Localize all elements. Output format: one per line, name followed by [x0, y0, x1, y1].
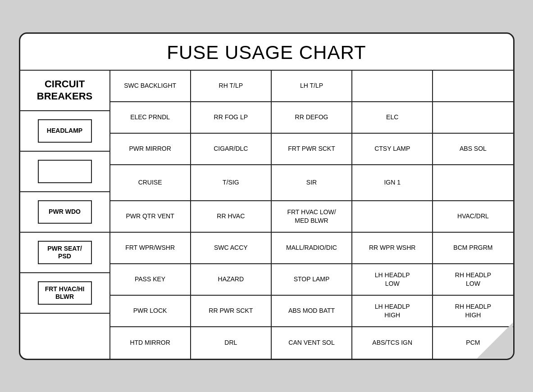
cell-r9c1: HTD MIRROR — [110, 327, 191, 359]
cell-r4c1: CRUISE — [110, 165, 191, 200]
grid-row-8: PWR LOCK RR PWR SCKT ABS MOD BATT LH HEA… — [110, 296, 513, 327]
cell-r8c2: RR PWR SCKT — [191, 296, 272, 326]
cb-box-empty — [38, 160, 92, 183]
cb-box-pwr-seat: PWR SEAT/PSD — [38, 241, 92, 264]
cell-r1c4 — [352, 71, 433, 101]
cb-box-frt-hvac: FRT HVAC/HIBLWR — [38, 281, 92, 305]
cell-r9c2: DRL — [191, 327, 272, 359]
cell-r4c5 — [433, 165, 513, 200]
cell-r5c3: FRT HVAC LOW/MED BLWR — [272, 201, 352, 232]
cell-r1c3: LH T/LP — [272, 71, 352, 101]
cell-r5c1: PWR QTR VENT — [110, 201, 191, 232]
cell-r8c5: RH HEADLPHIGH — [433, 296, 513, 326]
cell-r4c2: T/SIG — [191, 165, 272, 200]
cell-r7c4: LH HEADLPLOW — [352, 264, 433, 295]
cb-pwr-seat: PWR SEAT/PSD — [20, 233, 109, 273]
cell-r3c3: FRT PWR SCKT — [272, 134, 352, 164]
grid-row-1: SWC BACKLIGHT RH T/LP LH T/LP — [110, 71, 513, 102]
cell-r9c3: CAN VENT SOL — [272, 327, 352, 359]
cb-box-pwr-wdo: PWR WDO — [38, 200, 92, 224]
cell-r1c5 — [433, 71, 513, 101]
cell-r9c4: ABS/TCS IGN — [352, 327, 433, 359]
cell-r6c5: BCM PRGRM — [433, 233, 513, 263]
grid-row-5: PWR QTR VENT RR HVAC FRT HVAC LOW/MED BL… — [110, 201, 513, 233]
cell-r2c1: ELEC PRNDL — [110, 102, 191, 133]
cell-r7c1: PASS KEY — [110, 264, 191, 295]
circuit-breakers-header: CIRCUITBREAKERS — [20, 71, 109, 111]
cell-r5c5: HVAC/DRL — [433, 201, 513, 232]
grid-row-4: CRUISE T/SIG SIR IGN 1 — [110, 165, 513, 201]
cell-r3c5: ABS SOL — [433, 134, 513, 164]
cell-r1c1: SWC BACKLIGHT — [110, 71, 191, 101]
cell-r2c2: RR FOG LP — [191, 102, 272, 133]
cell-r4c4: IGN 1 — [352, 165, 433, 200]
cb-headlamp: HEADLAMP — [20, 111, 109, 152]
grid-row-2: ELEC PRNDL RR FOG LP RR DEFOG ELC — [110, 102, 513, 134]
cb-empty — [20, 152, 109, 192]
grid-row-3: PWR MIRROR CIGAR/DLC FRT PWR SCKT CTSY L… — [110, 134, 513, 165]
cell-r6c4: RR WPR WSHR — [352, 233, 433, 263]
grid-row-7: PASS KEY HAZARD STOP LAMP LH HEADLPLOW R… — [110, 264, 513, 296]
cell-r7c5: RH HEADLPLOW — [433, 264, 513, 295]
cell-r6c1: FRT WPR/WSHR — [110, 233, 191, 263]
cell-r2c4: ELC — [352, 102, 433, 133]
cell-r3c4: CTSY LAMP — [352, 134, 433, 164]
chart-body: CIRCUITBREAKERS HEADLAMP PWR WDO PWR SEA… — [20, 71, 513, 359]
cb-box-headlamp: HEADLAMP — [38, 119, 92, 143]
cell-r2c5 — [433, 102, 513, 133]
grid-row-9: HTD MIRROR DRL CAN VENT SOL ABS/TCS IGN … — [110, 327, 513, 359]
cell-r7c3: STOP LAMP — [272, 264, 352, 295]
cb-frt-hvac: FRT HVAC/HIBLWR — [20, 273, 109, 314]
cell-r8c1: PWR LOCK — [110, 296, 191, 326]
cell-r6c2: SWC ACCY — [191, 233, 272, 263]
cell-r5c2: RR HVAC — [191, 201, 272, 232]
chart-title: FUSE USAGE CHART — [20, 34, 513, 71]
cell-r8c4: LH HEADLPHIGH — [352, 296, 433, 326]
left-column: CIRCUITBREAKERS HEADLAMP PWR WDO PWR SEA… — [20, 71, 110, 359]
cell-r7c2: HAZARD — [191, 264, 272, 295]
grid-row-6: FRT WPR/WSHR SWC ACCY MALL/RADIO/DIC RR … — [110, 233, 513, 264]
cell-r4c3: SIR — [272, 165, 352, 200]
cb-pwr-wdo: PWR WDO — [20, 192, 109, 233]
cell-r2c3: RR DEFOG — [272, 102, 352, 133]
cell-r5c4 — [352, 201, 433, 232]
fuse-chart: FUSE USAGE CHART CIRCUITBREAKERS HEADLAM… — [19, 32, 515, 360]
cell-r3c2: CIGAR/DLC — [191, 134, 272, 164]
cell-r8c3: ABS MOD BATT — [272, 296, 352, 326]
cell-r6c3: MALL/RADIO/DIC — [272, 233, 352, 263]
right-grid: SWC BACKLIGHT RH T/LP LH T/LP ELEC PRNDL… — [110, 71, 513, 359]
cell-r1c2: RH T/LP — [191, 71, 272, 101]
cell-r3c1: PWR MIRROR — [110, 134, 191, 164]
